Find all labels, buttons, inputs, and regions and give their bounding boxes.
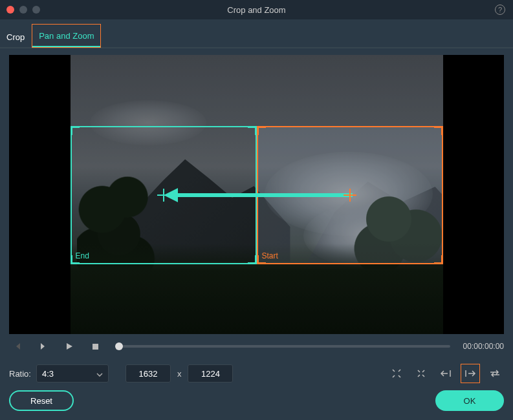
resize-handle-tr[interactable] bbox=[434, 126, 443, 135]
play-button[interactable] bbox=[61, 338, 78, 355]
chevron-down-icon bbox=[96, 369, 103, 379]
resize-handle-br[interactable] bbox=[434, 255, 443, 264]
zoom-out-icon[interactable] bbox=[412, 364, 430, 383]
next-frame-button[interactable] bbox=[35, 338, 52, 355]
swap-icon[interactable] bbox=[486, 364, 504, 383]
height-input[interactable]: 1224 bbox=[188, 364, 233, 383]
timeline-scrubber[interactable] bbox=[119, 345, 450, 348]
preview-area: End Start bbox=[9, 55, 504, 334]
start-region-label: Start bbox=[262, 251, 278, 260]
video-frame[interactable]: End Start bbox=[71, 55, 443, 334]
ok-button[interactable]: OK bbox=[435, 390, 504, 411]
svg-rect-0 bbox=[93, 344, 98, 350]
pan-right-to-left-icon[interactable] bbox=[437, 364, 455, 383]
end-crosshair[interactable] bbox=[157, 189, 170, 202]
timecode: 00:00:00:00 bbox=[463, 342, 504, 351]
window-controls bbox=[0, 6, 40, 14]
bottom-buttons: Reset OK bbox=[9, 390, 504, 411]
ratio-select[interactable]: 4:3 bbox=[36, 364, 109, 383]
reset-button[interactable]: Reset bbox=[9, 390, 74, 411]
zoom-window-button[interactable] bbox=[32, 6, 40, 14]
tabbar: Crop Pan and Zoom bbox=[0, 19, 513, 48]
window-title: Crop and Zoom bbox=[227, 5, 285, 15]
resize-handle-tr[interactable] bbox=[248, 126, 257, 135]
resize-handle-tl[interactable] bbox=[71, 126, 80, 135]
resize-handle-tl[interactable] bbox=[257, 126, 266, 135]
ratio-value: 4:3 bbox=[42, 369, 54, 379]
tab-pan-and-zoom[interactable]: Pan and Zoom bbox=[32, 25, 100, 47]
pan-left-to-right-icon[interactable] bbox=[461, 364, 479, 383]
end-region-label: End bbox=[76, 251, 89, 260]
tab-crop[interactable]: Crop bbox=[0, 26, 31, 47]
zoom-in-icon[interactable] bbox=[387, 364, 406, 383]
motion-arrow bbox=[174, 193, 353, 197]
width-input[interactable]: 1632 bbox=[126, 364, 171, 383]
close-window-button[interactable] bbox=[6, 6, 14, 14]
titlebar: Crop and Zoom ? bbox=[0, 0, 513, 19]
start-crosshair[interactable] bbox=[344, 189, 356, 202]
dimension-separator: x bbox=[177, 369, 182, 379]
ratio-label: Ratio: bbox=[9, 369, 31, 379]
settings-row: Ratio: 4:3 1632 x 1224 bbox=[9, 364, 504, 383]
minimize-window-button[interactable] bbox=[19, 6, 27, 14]
help-icon[interactable]: ? bbox=[495, 5, 505, 15]
resize-handle-br[interactable] bbox=[248, 255, 257, 264]
stop-button[interactable] bbox=[87, 338, 104, 355]
prev-frame-button[interactable] bbox=[9, 338, 26, 355]
scrubber-thumb[interactable] bbox=[115, 342, 123, 350]
transport-bar: 00:00:00:00 bbox=[9, 338, 504, 355]
